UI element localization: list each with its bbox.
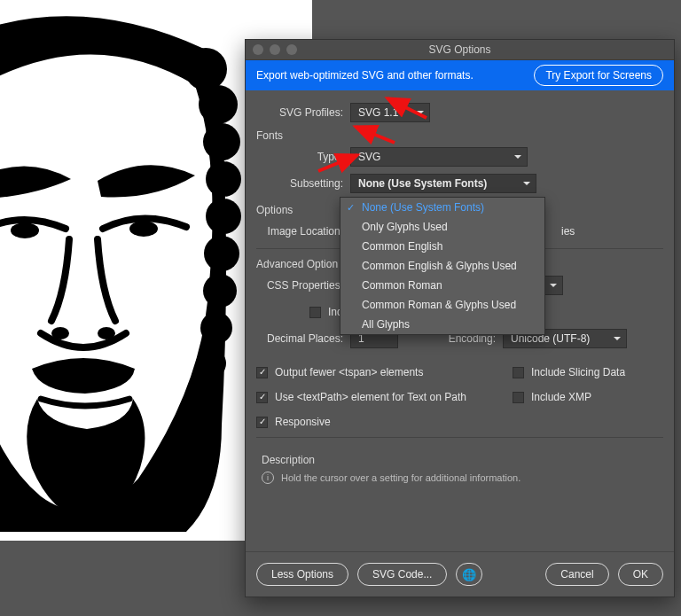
image-location-trailing: ies xyxy=(561,225,575,238)
textpath-label: Use <textPath> element for Text on Path xyxy=(275,391,466,403)
slicing-checkbox[interactable] xyxy=(513,367,524,378)
subsetting-select[interactable]: None (Use System Fonts) xyxy=(350,174,536,193)
info-icon: i xyxy=(262,472,274,484)
svg-point-12 xyxy=(11,222,39,238)
responsive-label: Responsive xyxy=(275,416,331,428)
svg-profiles-label: SVG Profiles: xyxy=(256,106,343,119)
subsetting-option[interactable]: None (Use System Fonts) xyxy=(340,198,544,217)
promo-banner: Export web-optimized SVG and other forma… xyxy=(246,60,674,90)
svg-options-dialog: SVG Options Export web-optimized SVG and… xyxy=(245,39,675,597)
subsetting-value: None (Use System Fonts) xyxy=(358,177,487,190)
less-options-button[interactable]: Less Options xyxy=(256,563,348,586)
subsetting-label: Subsetting: xyxy=(256,177,343,190)
svg-point-14 xyxy=(51,327,69,339)
include-unused-styles-checkbox[interactable] xyxy=(309,307,321,318)
svg-code-button[interactable]: SVG Code... xyxy=(357,563,447,586)
svg-point-13 xyxy=(129,221,158,237)
svg-point-9 xyxy=(190,383,218,411)
titlebar[interactable]: SVG Options xyxy=(246,40,674,60)
subsetting-option[interactable]: Common Roman & Glyphs Used xyxy=(340,295,544,315)
description-hint-text: Hold the cursor over a setting for addit… xyxy=(281,472,521,483)
svg-point-1 xyxy=(199,85,238,124)
description-section-title: Description xyxy=(262,454,658,466)
subsetting-dropdown[interactable]: None (Use System Fonts) Only Glyphs Used… xyxy=(340,197,545,335)
font-type-value: SVG xyxy=(358,151,380,163)
traffic-close-icon[interactable] xyxy=(253,44,263,55)
svg-point-11 xyxy=(167,445,192,470)
image-location-label: Image Location: xyxy=(256,225,343,238)
dialog-footer: Less Options SVG Code... 🌐 Cancel OK xyxy=(246,551,674,597)
textpath-checkbox[interactable] xyxy=(256,392,268,403)
subsetting-option[interactable]: Common English & Glyphs Used xyxy=(340,256,544,276)
xmp-label: Include XMP xyxy=(531,391,591,403)
export-for-screens-button[interactable]: Try Export for Screens xyxy=(534,65,663,86)
font-type-label: Type: xyxy=(256,151,343,163)
fonts-section-title: Fonts xyxy=(256,129,663,142)
responsive-checkbox[interactable] xyxy=(256,417,268,428)
xmp-checkbox[interactable] xyxy=(513,392,524,403)
preview-browser-button[interactable]: 🌐 xyxy=(456,563,482,586)
dialog-title: SVG Options xyxy=(253,43,667,56)
svg-point-6 xyxy=(203,274,237,308)
svg-point-10 xyxy=(180,416,207,442)
output-tspan-label: Output fewer <tspan> elements xyxy=(275,366,423,378)
traffic-min-icon[interactable] xyxy=(270,44,280,55)
description-hint: i Hold the cursor over a setting for add… xyxy=(262,472,658,484)
subsetting-option[interactable]: Common Roman xyxy=(340,276,544,295)
svg-point-15 xyxy=(98,327,115,339)
vector-artwork xyxy=(0,0,275,541)
svg-point-4 xyxy=(206,199,241,234)
svg-profiles-value: SVG 1.1 xyxy=(358,106,398,119)
subsetting-option[interactable]: All Glyphs xyxy=(340,315,544,334)
font-type-select[interactable]: SVG xyxy=(350,147,528,167)
svg-point-3 xyxy=(206,161,241,197)
decimal-places-label: Decimal Places: xyxy=(256,332,343,345)
window-controls[interactable] xyxy=(253,44,297,55)
subsetting-option[interactable]: Only Glyphs Used xyxy=(340,217,544,237)
css-properties-label: CSS Properties: xyxy=(256,279,343,292)
svg-point-8 xyxy=(196,348,226,378)
globe-icon: 🌐 xyxy=(462,568,476,581)
divider xyxy=(256,437,663,438)
svg-point-7 xyxy=(200,312,232,344)
svg-point-5 xyxy=(204,236,239,271)
traffic-max-icon[interactable] xyxy=(286,44,297,55)
subsetting-option[interactable]: Common English xyxy=(340,237,544,256)
cancel-button[interactable]: Cancel xyxy=(545,563,608,586)
output-tspan-checkbox[interactable] xyxy=(256,367,268,378)
svg-profiles-select[interactable]: SVG 1.1 xyxy=(350,103,430,122)
promo-text: Export web-optimized SVG and other forma… xyxy=(256,69,474,82)
ok-button[interactable]: OK xyxy=(618,563,663,586)
slicing-label: Include Slicing Data xyxy=(531,366,625,378)
svg-point-0 xyxy=(184,48,227,90)
svg-point-2 xyxy=(203,123,240,160)
